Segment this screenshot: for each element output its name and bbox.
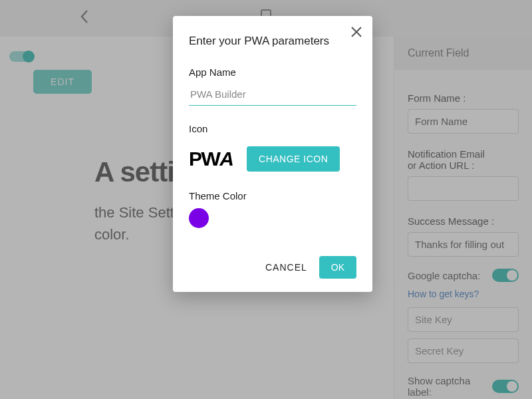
ok-button[interactable]: OK (319, 256, 356, 279)
theme-color-swatch[interactable] (189, 208, 209, 228)
theme-color-label: Theme Color (189, 190, 356, 201)
app-name-label: App Name (189, 66, 356, 78)
app-name-input[interactable] (189, 84, 356, 106)
change-icon-button[interactable]: CHANGE ICON (247, 146, 340, 172)
cancel-button[interactable]: CANCEL (265, 262, 307, 273)
close-icon[interactable] (350, 25, 363, 41)
pwa-logo-icon: PWA (189, 148, 233, 170)
icon-label: Icon (189, 123, 356, 134)
pwa-parameters-modal: Enter your PWA parameters App Name Icon … (173, 16, 372, 292)
modal-title: Enter your PWA parameters (189, 35, 356, 48)
